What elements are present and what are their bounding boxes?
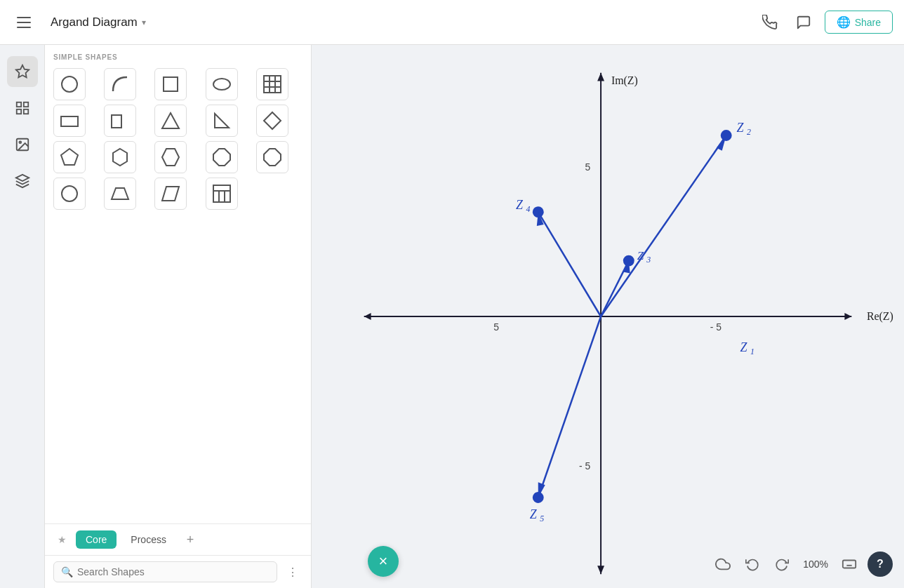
diagram-title: Argand Diagram — [51, 15, 138, 29]
svg-rect-16 — [112, 115, 121, 128]
svg-line-42 — [538, 212, 601, 316]
shape-arc[interactable] — [104, 68, 136, 100]
svg-line-44 — [538, 316, 601, 497]
svg-marker-22 — [162, 149, 179, 166]
svg-rect-8 — [164, 77, 178, 91]
shape-circle[interactable] — [53, 68, 86, 100]
svg-marker-33 — [844, 313, 851, 320]
chevron-down-icon: ▾ — [142, 18, 146, 27]
keyboard-icon — [842, 556, 857, 572]
close-fab-button[interactable]: × — [368, 546, 399, 577]
cloud-icon — [715, 556, 731, 572]
shape-diamond[interactable] — [256, 105, 288, 137]
chat-button[interactable] — [791, 10, 816, 35]
sidebar-item-draw[interactable] — [7, 166, 38, 196]
svg-marker-20 — [61, 149, 78, 165]
shape-circle2[interactable] — [53, 178, 86, 210]
z5-label: Z 5 — [530, 507, 544, 523]
shape-hexagon[interactable] — [154, 141, 187, 173]
diagram-title-dropdown[interactable]: Argand Diagram ▾ — [45, 13, 152, 32]
image-icon — [15, 137, 30, 152]
shape-table-grid[interactable] — [256, 68, 288, 100]
svg-marker-36 — [597, 73, 604, 81]
shape-hexagon-r[interactable] — [104, 141, 136, 173]
shape-right-triangle[interactable] — [206, 105, 238, 137]
shapes-panel: SIMPLE SHAPES — [45, 45, 312, 588]
tabs-area: ★ Core Process + — [45, 523, 311, 555]
sidebar-item-shapes[interactable] — [7, 56, 38, 87]
share-label: Share — [855, 17, 881, 28]
shape-rect-w[interactable] — [104, 105, 136, 137]
svg-rect-46 — [843, 561, 856, 568]
axis-x-pos5: 5 — [493, 321, 499, 333]
sidebar-item-grid[interactable] — [7, 93, 38, 123]
search-input-wrap: 🔍 — [53, 561, 277, 582]
tab-process[interactable]: Process — [121, 530, 176, 549]
svg-line-38 — [601, 135, 726, 316]
share-button[interactable]: 🌐 Share — [825, 11, 893, 34]
svg-point-9 — [213, 79, 230, 90]
globe-icon: 🌐 — [837, 15, 851, 29]
sidebar-item-image[interactable] — [7, 129, 38, 160]
bottom-bar: 100% ? — [712, 552, 893, 577]
grid-icon — [15, 100, 30, 116]
shape-octagon-r[interactable] — [206, 141, 238, 173]
z2-point — [721, 130, 732, 141]
svg-marker-21 — [113, 149, 127, 166]
phone-button[interactable] — [757, 10, 783, 35]
axis-x-neg5: - 5 — [710, 321, 722, 333]
svg-marker-19 — [264, 112, 281, 129]
svg-rect-1 — [16, 102, 20, 107]
tab-star-button[interactable]: ★ — [52, 530, 72, 549]
z1-label: Z 1 — [740, 340, 755, 356]
shape-parallelogram[interactable] — [154, 178, 187, 210]
shapes-section-label: SIMPLE SHAPES — [53, 53, 303, 61]
shape-rect-h[interactable] — [53, 105, 86, 137]
redo-button[interactable] — [771, 553, 793, 575]
help-button[interactable]: ? — [868, 552, 893, 577]
draw-icon — [15, 173, 30, 189]
menu-button[interactable] — [11, 10, 36, 35]
shape-octagon[interactable] — [256, 141, 288, 173]
tab-add-button[interactable]: + — [180, 530, 200, 549]
im-label: Im(Z) — [611, 74, 638, 87]
canvas-area[interactable]: Re(Z) Im(Z) 5 - 5 5 - 5 Z 1 Z 2 Z 3 — [312, 45, 904, 588]
shape-triangle[interactable] — [154, 105, 187, 137]
svg-rect-15 — [61, 116, 78, 126]
re-label: Re(Z) — [867, 310, 893, 323]
svg-marker-17 — [162, 113, 179, 128]
search-input[interactable] — [77, 566, 270, 577]
shape-square[interactable] — [154, 68, 187, 100]
svg-rect-2 — [23, 102, 27, 107]
search-more-button[interactable]: ⋮ — [283, 562, 303, 582]
undo-icon — [745, 557, 759, 571]
svg-rect-28 — [213, 185, 230, 202]
svg-marker-0 — [15, 65, 28, 77]
z4-label: Z 4 — [516, 198, 530, 214]
cloud-button[interactable] — [712, 553, 734, 575]
phone-icon — [762, 15, 778, 30]
search-area: 🔍 ⋮ — [45, 555, 311, 588]
axis-y-pos5: 5 — [585, 161, 590, 173]
undo-button[interactable] — [741, 553, 764, 575]
svg-line-40 — [601, 261, 629, 316]
chat-icon — [796, 15, 811, 30]
svg-marker-26 — [112, 188, 128, 199]
axis-y-neg5: - 5 — [579, 460, 590, 472]
shape-ellipse[interactable] — [206, 68, 238, 100]
shape-table2[interactable] — [206, 178, 238, 210]
shapes-content: SIMPLE SHAPES — [45, 45, 311, 523]
shape-pentagon[interactable] — [53, 141, 86, 173]
canvas-svg: Re(Z) Im(Z) 5 - 5 5 - 5 Z 1 Z 2 Z 3 — [312, 45, 904, 588]
keyboard-button[interactable] — [838, 553, 860, 575]
main-area: SIMPLE SHAPES — [0, 45, 904, 588]
shape-trapezoid[interactable] — [104, 178, 136, 210]
svg-marker-23 — [213, 149, 230, 166]
svg-rect-4 — [16, 109, 20, 114]
zoom-label: 100% — [800, 559, 831, 570]
shapes-grid — [53, 68, 303, 210]
sidebar-icons — [0, 45, 45, 588]
svg-marker-24 — [264, 149, 281, 166]
tab-core[interactable]: Core — [76, 530, 117, 549]
svg-marker-18 — [215, 114, 229, 128]
